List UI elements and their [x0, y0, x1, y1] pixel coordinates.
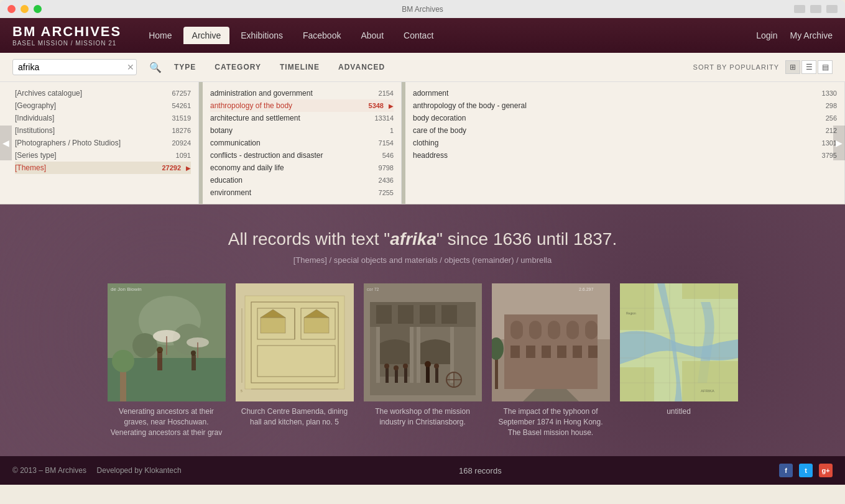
filter-count: 1091 — [176, 152, 191, 159]
filter-label: [Archives catalogue] — [15, 89, 82, 98]
filter-anthropology[interactable]: anthropology of the body 5348 ▶ — [210, 99, 394, 112]
filter-label: care of the body — [413, 126, 466, 135]
detail-view-button[interactable]: ▤ — [818, 60, 833, 74]
filter-communication[interactable]: communication 7154 — [210, 137, 394, 149]
svg-rect-44 — [395, 369, 398, 383]
filter-expand-icon: ▶ — [389, 103, 394, 109]
filter-environment[interactable]: environment 7255 — [210, 186, 394, 199]
filter-anthropology-general[interactable]: anthropology of the body - general 298 — [413, 99, 837, 112]
filter-label: communication — [210, 139, 261, 147]
filter-label: [Geography] — [15, 101, 56, 110]
search-button[interactable]: 🔍 — [149, 62, 162, 73]
nav-home[interactable]: Home — [140, 27, 180, 44]
window-title: BM Archives — [402, 5, 443, 14]
filter-care-body[interactable]: care of the body 212 — [413, 124, 837, 137]
svg-rect-41 — [441, 305, 457, 324]
filter-category[interactable]: CATEGORY — [215, 63, 261, 71]
window-chrome: BM Archives — [0, 0, 845, 18]
image-card[interactable]: cor 72 The workshop of the mission indus… — [364, 283, 482, 438]
social-links: f t g+ — [779, 464, 833, 477]
filter-series-type[interactable]: [Series type] 1091 — [15, 149, 191, 162]
login-button[interactable]: Login — [756, 30, 777, 40]
svg-rect-66 — [542, 346, 551, 358]
nav-facebook[interactable]: Facebook — [294, 27, 349, 44]
main-nav: Home Archive Exhibitions Facebook About … — [140, 27, 756, 44]
nav-contact[interactable]: Contact — [395, 27, 442, 44]
filter-label: administration and government — [210, 89, 313, 98]
svg-point-43 — [384, 364, 389, 369]
my-archive-button[interactable]: My Archive — [790, 30, 833, 40]
image-thumb: AFRIKA Region — [620, 283, 738, 401]
filter-architecture[interactable]: architecture and settlement 13314 — [210, 112, 394, 124]
filter-label: [Photographers / Photo Studios] — [15, 139, 121, 147]
panel-nav-left[interactable]: ◀ — [0, 126, 12, 160]
window-control-2 — [810, 5, 821, 13]
svg-rect-11 — [157, 352, 162, 370]
filter-count: 20924 — [172, 139, 191, 147]
filter-adornment[interactable]: adornment 1330 — [413, 87, 837, 99]
twitter-icon[interactable]: t — [799, 464, 813, 477]
clear-search-icon[interactable]: ✕ — [127, 62, 134, 72]
filter-advanced[interactable]: ADVANCED — [338, 63, 385, 71]
filter-individuals[interactable]: [Individuals] 31519 — [15, 112, 191, 124]
svg-rect-68 — [573, 346, 582, 358]
svg-rect-61 — [548, 321, 560, 339]
svg-rect-46 — [404, 367, 407, 383]
grid-view-button[interactable]: ⊞ — [785, 60, 800, 74]
filter-themes[interactable]: [Themes] 27292 ▶ — [15, 162, 191, 174]
filter-geography[interactable]: [Geography] 54261 — [15, 99, 191, 112]
filter-timeline[interactable]: TIMELINE — [280, 63, 320, 71]
filter-label: clothing — [413, 139, 438, 147]
filter-archives-catalogue[interactable]: [Archives catalogue] 67257 — [15, 87, 191, 99]
filter-headdress[interactable]: headdress 3795 — [413, 149, 837, 162]
svg-rect-75 — [620, 283, 654, 330]
image-card[interactable]: AFRIKA Region untitled — [620, 283, 738, 438]
svg-text:Region: Region — [626, 311, 636, 315]
svg-rect-65 — [526, 346, 535, 358]
header-right: Login My Archive — [756, 30, 833, 40]
filter-economy[interactable]: economy and daily life 9798 — [210, 162, 394, 174]
image-grid: de Jon Biowin Venerating ancestors at th… — [37, 283, 808, 438]
logo-title: BM ARCHIVES — [12, 24, 121, 39]
filter-conflicts[interactable]: conflicts - destruction and disaster 546 — [210, 149, 394, 162]
svg-point-14 — [191, 351, 196, 355]
svg-rect-25 — [261, 318, 285, 333]
filter-photographers[interactable]: [Photographers / Photo Studios] 20924 — [15, 137, 191, 149]
filter-type[interactable]: TYPE — [174, 63, 196, 71]
svg-point-6 — [112, 350, 134, 372]
nav-exhibitions[interactable]: Exhibitions — [232, 27, 292, 44]
filter-education[interactable]: education 2436 — [210, 174, 394, 186]
panel-nav-right[interactable]: ▶ — [833, 126, 845, 160]
filter-count: 27292 — [162, 164, 181, 172]
facebook-icon[interactable]: f — [779, 464, 793, 477]
svg-rect-48 — [426, 365, 430, 383]
filter-clothing[interactable]: clothing 1301 — [413, 137, 837, 149]
filter-admin[interactable]: administration and government 2154 — [210, 87, 394, 99]
main-content: All records with text "afrika" since 163… — [0, 204, 845, 456]
list-view-button[interactable]: ☰ — [801, 60, 816, 74]
search-input[interactable] — [18, 62, 127, 72]
close-icon[interactable] — [7, 5, 16, 13]
googleplus-icon[interactable]: g+ — [819, 464, 833, 477]
filter-count: 298 — [826, 102, 837, 109]
image-caption: untitled — [620, 406, 738, 417]
filter-institutions[interactable]: [Institutions] 18276 — [15, 124, 191, 137]
nav-about[interactable]: About — [352, 27, 392, 44]
filter-count: 54261 — [172, 102, 191, 109]
image-card[interactable]: 5 Church Centre Bamenda, dining hall and… — [236, 283, 354, 438]
image-caption: The impact of the typhoon of September 1… — [492, 406, 610, 438]
image-card[interactable]: de Jon Biowin Venerating ancestors at th… — [108, 283, 226, 438]
minimize-icon[interactable] — [21, 5, 29, 13]
svg-rect-77 — [620, 367, 654, 401]
filter-count: 18276 — [172, 127, 191, 134]
filter-botany[interactable]: botany 1 — [210, 124, 394, 137]
search-input-wrap: ✕ — [12, 59, 137, 75]
sort-label: SORT BY POPULARITY — [693, 63, 779, 71]
filter-body-decoration[interactable]: body decoration 256 — [413, 112, 837, 124]
header: BM ARCHIVES BASEL MISSION / MISSION 21 H… — [0, 18, 845, 53]
filter-label: [Individuals] — [15, 114, 54, 122]
nav-archive[interactable]: Archive — [183, 27, 230, 44]
maximize-icon[interactable] — [34, 5, 42, 13]
logo-subtitle: BASEL MISSION / MISSION 21 — [12, 40, 121, 47]
image-card[interactable]: 2.6.297 The impact of the typhoon of Sep… — [492, 283, 610, 438]
